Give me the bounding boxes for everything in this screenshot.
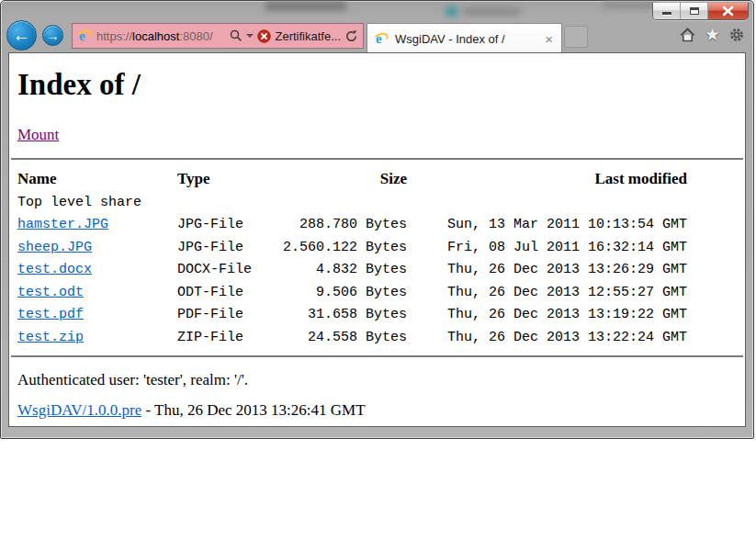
file-link[interactable]: test.pdf [17,307,84,322]
url-host: localhost [132,29,179,43]
file-size: 9.506 Bytes [283,281,407,304]
favorites-button[interactable]: ★ [705,26,720,43]
table-row: test.docx DOCX-File 4.832 Bytes Thu, 26 … [17,259,687,282]
file-type: ODT-File [177,281,283,304]
file-size: 288.780 Bytes [283,214,407,237]
star-icon: ★ [705,25,720,44]
table-row: test.pdf PDF-File 31.658 Bytes Thu, 26 D… [17,304,687,327]
gear-icon [728,27,745,43]
search-dropdown-icon[interactable] [246,34,254,38]
back-button[interactable]: ← [6,20,37,51]
tab-title: WsgiDAV - Index of / [395,32,537,46]
certificate-error-icon[interactable] [257,29,271,43]
file-type: PDF-File [177,304,283,327]
url-scheme: https:// [96,29,132,43]
mount-link[interactable]: Mount [17,125,59,145]
home-button[interactable] [679,27,696,43]
file-size: 4.832 Bytes [283,259,407,282]
page-title: Index of / [17,66,743,103]
file-size: 24.558 Bytes [283,326,407,349]
file-modified: Thu, 26 Dec 2013 13:22:24 GMT [407,326,687,349]
file-type: JPG-File [177,214,283,237]
search-icon[interactable] [230,29,243,42]
desktop-blur-blob [603,1,658,8]
close-icon [708,3,748,19]
ie-favicon-icon: e [77,28,93,43]
table-row: test.odt ODT-File 9.506 Bytes Thu, 26 De… [17,281,687,304]
file-size: 31.658 Bytes [283,304,407,327]
maximize-button[interactable] [681,3,708,19]
table-header-row: Name Type Size Last modified [17,167,687,191]
file-modified: Thu, 26 Dec 2013 12:55:27 GMT [407,281,687,304]
wsgidav-version-link[interactable]: WsgiDAV/1.0.0.pre [17,401,141,419]
back-arrow-icon: ← [13,25,31,46]
minimize-icon [662,12,671,15]
file-modified: Fri, 08 Jul 2011 16:32:14 GMT [407,236,687,259]
table-row: test.zip ZIP-File 24.558 Bytes Thu, 26 D… [17,326,687,349]
file-modified: Thu, 26 Dec 2013 13:26:29 GMT [407,259,687,282]
tab-wsgidav[interactable]: e WsgiDAV - Index of / × [367,23,562,53]
file-modified: Thu, 26 Dec 2013 13:19:22 GMT [407,304,687,327]
file-size: 2.560.122 Bytes [283,236,407,259]
settings-button[interactable] [728,27,745,43]
file-type: ZIP-File [177,326,283,349]
close-button[interactable] [708,3,748,19]
page-content: Index of / Mount Name Type Size Last mod… [8,52,746,427]
forward-button[interactable]: → [42,25,63,46]
divider [11,355,743,357]
file-link[interactable]: hamster.JPG [17,217,108,232]
column-header-size: Size [283,167,407,191]
certificate-error-label[interactable]: Zertifikatfe... [275,29,341,43]
url-port-path: :8080/ [179,29,212,43]
url-text[interactable]: https://localhost:8080/ [96,29,226,43]
home-icon [679,27,696,43]
table-row-share: Top level share [17,191,687,214]
share-label: Top level share [17,191,283,214]
server-timestamp: - Thu, 26 Dec 2013 13:26:41 GMT [141,401,365,419]
column-header-modified: Last modified [407,167,687,191]
file-link[interactable]: sheep.JPG [17,240,92,255]
minimize-button[interactable] [653,3,681,19]
desktop-blur-blob [265,1,346,11]
new-tab-button[interactable] [564,26,588,48]
tab-close-icon[interactable]: × [543,32,555,46]
column-header-type: Type [177,167,283,191]
column-header-name: Name [17,167,177,191]
auth-status-text: Authenticated user: 'tester', realm: '/'… [17,370,743,389]
file-type: DOCX-File [177,259,283,282]
browser-window: ← → e https://localhost:8080/ Zertifikat… [0,0,754,439]
tab-favicon-icon: e [374,31,389,46]
table-row: hamster.JPG JPG-File 288.780 Bytes Sun, … [17,214,687,237]
forward-arrow-icon: → [47,28,60,43]
file-link[interactable]: test.zip [17,330,84,345]
file-type: JPG-File [177,236,283,259]
file-modified: Sun, 13 Mar 2011 10:13:54 GMT [407,214,687,237]
caption-button-group [652,3,749,20]
refresh-icon[interactable] [344,29,358,43]
desktop-blur-blob [463,7,520,16]
desktop-blur-blob [446,6,457,17]
table-row: sheep.JPG JPG-File 2.560.122 Bytes Fri, … [17,236,687,259]
server-signature: WsgiDAV/1.0.0.pre - Thu, 26 Dec 2013 13:… [17,400,743,420]
maximize-icon [690,7,699,15]
file-link[interactable]: test.odt [17,285,84,300]
address-bar[interactable]: e https://localhost:8080/ Zertifikatfe..… [72,23,364,49]
file-table: Name Type Size Last modified Top level s… [17,167,687,349]
divider [11,158,743,160]
file-link[interactable]: test.docx [17,262,92,277]
